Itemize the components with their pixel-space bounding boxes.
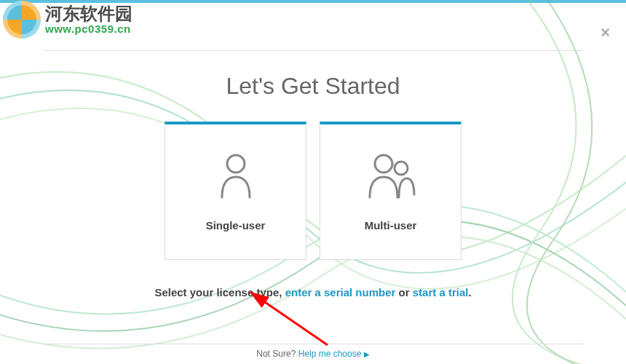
close-icon[interactable]: ×	[601, 23, 610, 42]
multi-user-card[interactable]: Multi-user	[320, 122, 461, 260]
instruction-middle: or	[395, 286, 412, 298]
instruction-prefix: Select your license type,	[154, 286, 285, 298]
page-title: Let's Get Started	[44, 73, 582, 100]
single-user-card[interactable]: Single-user	[165, 122, 306, 260]
single-user-label: Single-user	[206, 219, 266, 232]
instruction-text: Select your license type, enter a serial…	[44, 286, 582, 298]
multi-user-icon	[365, 152, 417, 202]
watermark: 河东软件园 www.pc0359.cn	[3, 1, 132, 39]
top-divider	[44, 50, 582, 51]
multi-user-label: Multi-user	[365, 219, 417, 232]
svg-point-1	[375, 155, 392, 173]
svg-point-0	[227, 155, 245, 173]
chevron-right-icon: ▶	[364, 350, 370, 358]
watermark-title: 河东软件园	[45, 4, 132, 23]
footer-prompt: Not Sure?	[256, 349, 298, 359]
instruction-suffix: .	[468, 286, 471, 298]
help-me-choose-link[interactable]: Help me choose	[298, 349, 362, 359]
watermark-logo-icon	[3, 1, 41, 39]
single-user-icon	[218, 152, 254, 202]
start-trial-link[interactable]: start a trial	[413, 286, 469, 298]
svg-point-2	[395, 162, 408, 175]
enter-serial-link[interactable]: enter a serial number	[285, 286, 396, 298]
footer: Not Sure? Help me choose ▶	[42, 344, 584, 359]
watermark-url: www.pc0359.cn	[45, 23, 132, 36]
license-cards: Single-user Multi-user	[44, 122, 582, 260]
